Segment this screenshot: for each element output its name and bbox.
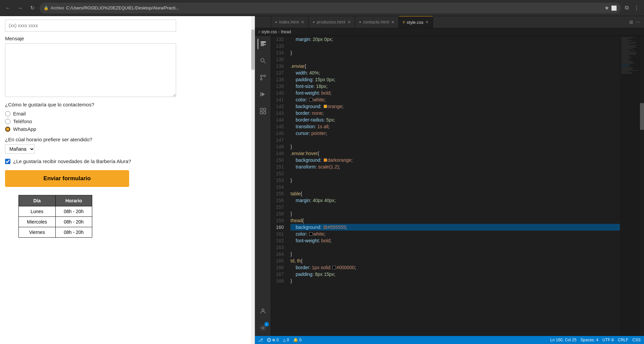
minimap-line	[621, 63, 634, 64]
color-swatch	[309, 232, 313, 236]
code-line[interactable]	[290, 43, 620, 49]
message-textarea[interactable]	[5, 43, 176, 97]
code-line[interactable]	[290, 137, 620, 143]
code-line[interactable]: }	[290, 251, 620, 257]
more-actions-icon[interactable]: ⋯	[636, 19, 641, 25]
git-branch-icon[interactable]: ⎇	[258, 338, 263, 342]
code-line[interactable]: table{	[290, 190, 620, 197]
code-line[interactable]: transform: scale(1.2);	[290, 163, 620, 170]
address-bar[interactable]: 🔒 Archivo C:/Users/ROGELIO%20EZEQUIEL/De…	[40, 3, 621, 13]
account-icon[interactable]	[258, 306, 268, 316]
code-line[interactable]: font-weight: bold;	[290, 237, 620, 244]
code-line[interactable]: border: 1px solid #000000;	[290, 264, 620, 271]
breadcrumb-section[interactable]: thead	[281, 30, 291, 34]
newsletter-checkbox-row[interactable]: ¿Le gustaría recibir novedades de la Bar…	[5, 158, 250, 164]
code-line[interactable]: padding: 15px 0px;	[290, 76, 620, 83]
vscode-scrollbar[interactable]	[640, 36, 644, 336]
split-icon[interactable]: ⧉	[624, 3, 630, 12]
tab-close-contacto[interactable]: ✕	[391, 20, 394, 24]
status-right: Ln 160, Col 25 Spaces: 4 UTF-8 CRLF CSS	[550, 338, 641, 342]
radio-email-input[interactable]	[5, 111, 10, 116]
breadcrumb-separator: ›	[278, 30, 280, 34]
scrollbar-thumb[interactable]	[251, 30, 255, 70]
code-line[interactable]: background: #555555;	[290, 224, 620, 231]
code-token: cursor	[296, 130, 309, 137]
code-line[interactable]	[290, 244, 620, 251]
code-line[interactable]: }	[290, 143, 620, 150]
code-token: pointer	[311, 130, 326, 137]
tab-index[interactable]: ● index.html ✕	[271, 16, 309, 28]
code-line[interactable]: cursor: pointer;	[290, 130, 620, 137]
tab-close-productos[interactable]: ✕	[347, 20, 351, 24]
breadcrumb-file[interactable]: style.css	[262, 30, 277, 34]
ln-col[interactable]: Ln 160, Col 25	[550, 338, 577, 342]
code-line[interactable]	[290, 204, 620, 210]
code-line[interactable]: }	[290, 278, 620, 284]
spaces[interactable]: Spaces: 4	[581, 338, 598, 342]
code-line[interactable]: }	[290, 210, 620, 217]
code-line[interactable]: padding: 8px 15px;	[290, 271, 620, 278]
radio-telefono[interactable]: Teléfono	[5, 118, 250, 124]
code-line[interactable]	[290, 184, 620, 190]
error-count[interactable]: ⊗ 0	[267, 338, 279, 342]
code-editor[interactable]: 1321331341351361371381391401411421431441…	[271, 36, 620, 336]
tab-close-index[interactable]: ✕	[301, 20, 304, 24]
reload-button[interactable]: ↻	[28, 3, 37, 13]
code-line[interactable]: border-radius: 5px;	[290, 116, 620, 123]
tab-style[interactable]: # style.css ✕	[399, 16, 433, 28]
tab-close-style[interactable]: ✕	[425, 20, 429, 24]
warning-count[interactable]: △ 0	[283, 338, 289, 342]
code-line[interactable]: .enviar:hover{	[290, 150, 620, 157]
code-line[interactable]: font-weight: bold;	[290, 90, 620, 96]
radio-email[interactable]: Email	[5, 111, 250, 116]
code-line[interactable]: width: 40%;	[290, 69, 620, 76]
code-line[interactable]: color: white;	[290, 231, 620, 237]
code-line[interactable]: transition: 1s all;	[290, 123, 620, 130]
tab-contacto[interactable]: ● contacto.html ✕	[355, 16, 399, 28]
split-editor-icon[interactable]: ⊞	[629, 19, 633, 25]
debug-icon[interactable]	[258, 89, 268, 100]
extensions-icon[interactable]	[258, 106, 268, 116]
code-line[interactable]: td, th{	[290, 257, 620, 264]
star-icon[interactable]: ★	[604, 5, 609, 11]
extensions-icon[interactable]: ⬜	[611, 5, 617, 11]
tab-productos[interactable]: ● productos.html ✕	[309, 16, 355, 28]
radio-whatsapp-input[interactable]	[5, 127, 10, 132]
radio-telefono-input[interactable]	[5, 119, 10, 124]
settings-icon[interactable]: 1	[258, 323, 268, 333]
encoding[interactable]: UTF-8	[602, 338, 614, 342]
language[interactable]: CSS	[632, 338, 641, 342]
explorer-icon[interactable]	[258, 39, 268, 49]
scrollbar-track[interactable]	[251, 16, 255, 344]
code-token: }	[290, 251, 292, 257]
minimap	[620, 36, 640, 336]
code-line[interactable]	[290, 56, 620, 63]
code-line[interactable]: .enviar{	[290, 63, 620, 69]
code-line[interactable]: }	[290, 49, 620, 56]
search-icon[interactable]	[258, 55, 268, 66]
minimap-line	[621, 61, 633, 62]
phone-input[interactable]	[5, 19, 176, 32]
code-line[interactable]: color: white;	[290, 96, 620, 103]
vscode-scrollbar-thumb[interactable]	[640, 103, 644, 130]
code-line[interactable]	[290, 170, 620, 177]
code-line[interactable]: margin: 20px 0px;	[290, 36, 620, 43]
submit-button[interactable]: Enviar formulario	[5, 170, 129, 187]
code-line[interactable]: thead{	[290, 217, 620, 224]
bell-icon[interactable]: 🔔 0	[293, 338, 302, 342]
schedule-select[interactable]: Mañana Tarde Noche	[5, 144, 35, 154]
code-line[interactable]: border: none;	[290, 110, 620, 116]
radio-whatsapp[interactable]: WhatsApp	[5, 126, 250, 132]
source-control-icon[interactable]	[258, 72, 268, 83]
code-line[interactable]: font-size: 18px;	[290, 83, 620, 90]
back-button[interactable]: ←	[3, 3, 13, 13]
code-line[interactable]: }	[290, 177, 620, 184]
line-number: 142	[271, 103, 284, 110]
code-line[interactable]: margin: 40px 40px;	[290, 197, 620, 204]
code-line[interactable]: background: darkorange;	[290, 157, 620, 163]
menu-icon[interactable]: ⋮	[633, 3, 641, 12]
newsletter-checkbox[interactable]	[5, 159, 10, 164]
line-ending[interactable]: CRLF	[618, 338, 628, 342]
code-line[interactable]: background: orange;	[290, 103, 620, 110]
forward-button[interactable]: →	[15, 3, 25, 13]
